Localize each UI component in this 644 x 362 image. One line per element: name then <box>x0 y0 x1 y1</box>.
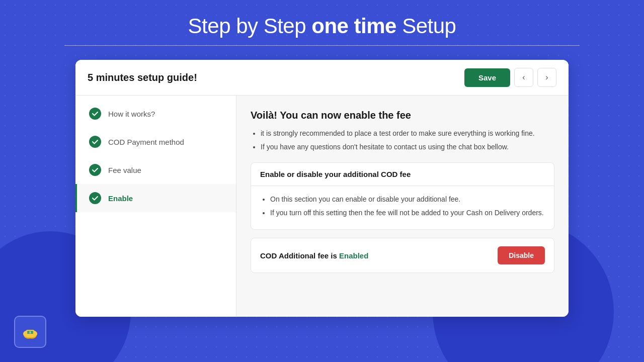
sidebar-item-label-cod-payment: COD Payment method <box>108 138 184 146</box>
checkmark-svg <box>92 110 99 117</box>
check-icon-how-it-works <box>89 108 101 120</box>
check-icon-enable <box>89 192 101 204</box>
title-start: Step by Step <box>188 14 312 38</box>
sidebar-item-label-how-it-works: How it works? <box>108 110 155 118</box>
main-content: Voilà! You can now enable the fee it is … <box>236 96 569 317</box>
status-label: COD Additional fee is <box>260 251 339 260</box>
info-box-header: Enable or disable your additional COD fe… <box>251 163 554 186</box>
section-title: Voilà! You can now enable the fee <box>251 110 554 121</box>
status-text: COD Additional fee is Enabled <box>260 251 368 260</box>
top-bullet-list: it is strongly recommended to place a te… <box>251 128 554 152</box>
page-title: Step by Step one time Setup <box>0 14 644 38</box>
sidebar-item-label-enable: Enable <box>108 194 133 203</box>
info-bullet-list: On this section you can enable or disabl… <box>260 194 545 218</box>
top-bullet-1: it is strongly recommended to place a te… <box>261 128 554 139</box>
card-body: How it works? COD Payment method <box>75 96 569 317</box>
bill-text: $ <box>30 331 31 334</box>
sidebar-item-label-fee-value: Fee value <box>108 166 141 174</box>
sidebar-item-enable[interactable]: Enable <box>75 184 236 212</box>
status-value: Enabled <box>339 251 368 260</box>
info-bullet-1: On this section you can enable or disabl… <box>270 194 545 205</box>
card-title: 5 minutes setup guide! <box>88 72 197 83</box>
sidebar: How it works? COD Payment method <box>75 96 236 317</box>
sidebar-item-how-it-works[interactable]: How it works? <box>75 100 236 128</box>
top-bullet-2: If you have any questions don't hesitate… <box>261 142 554 152</box>
info-bullet-2: If you turn off this setting then the fe… <box>270 208 545 218</box>
checkmark-svg-4 <box>92 195 99 202</box>
checkmark-svg-3 <box>92 166 99 173</box>
prev-button[interactable]: ‹ <box>514 68 533 87</box>
sidebar-item-fee-value[interactable]: Fee value <box>75 156 236 184</box>
status-row: COD Additional fee is Enabled Disable <box>251 238 554 273</box>
corner-app-icon: $ <box>14 316 46 348</box>
save-button[interactable]: Save <box>464 68 510 87</box>
card-header-actions: Save ‹ › <box>464 68 556 87</box>
check-icon-cod-payment <box>89 136 101 148</box>
title-end: Setup <box>396 14 456 38</box>
info-box-body: On this section you can enable or disabl… <box>251 186 554 229</box>
info-box: Enable or disable your additional COD fe… <box>251 162 554 230</box>
main-card: 5 minutes setup guide! Save ‹ › <box>75 60 569 317</box>
checkmark-svg-2 <box>92 138 99 145</box>
page-header: Step by Step one time Setup <box>0 0 644 55</box>
next-button[interactable]: › <box>537 68 556 87</box>
disable-button[interactable]: Disable <box>498 246 545 264</box>
chevron-right-icon: › <box>545 73 548 82</box>
card-header: 5 minutes setup guide! Save ‹ › <box>75 60 569 96</box>
sidebar-item-cod-payment[interactable]: COD Payment method <box>75 128 236 156</box>
title-bold: one time <box>311 14 396 38</box>
check-icon-fee-value <box>89 164 101 176</box>
chevron-left-icon: ‹ <box>522 73 525 82</box>
corner-icon-svg: $ <box>19 321 41 343</box>
header-divider <box>64 45 580 46</box>
card-wrapper: 5 minutes setup guide! Save ‹ › <box>0 55 644 317</box>
